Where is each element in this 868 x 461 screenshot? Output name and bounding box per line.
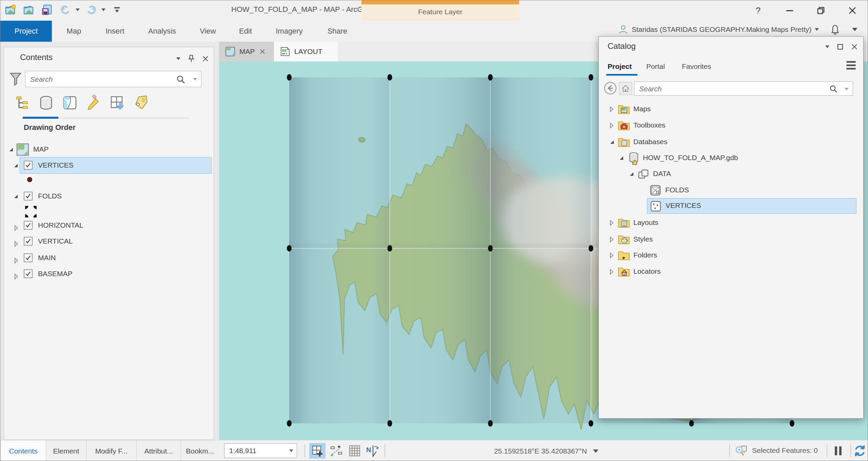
list-by-data-source-icon[interactable] [38,95,54,111]
catalog-item-label[interactable]: Folders [633,251,657,259]
vertices-point-symbol[interactable] [27,177,32,182]
folds-symbol[interactable] [24,205,37,218]
save-project-icon[interactable] [40,3,54,17]
expander-closed-icon[interactable] [609,106,614,113]
expander-closed-icon[interactable] [14,225,19,231]
pin-icon[interactable] [188,55,195,63]
catalog-item-label[interactable]: DATA [653,170,671,178]
new-map-view-button[interactable] [309,443,326,459]
expander-closed-icon[interactable] [609,122,614,129]
close-map-tab-icon[interactable] [259,48,266,55]
catalog-item-label[interactable]: Layouts [633,218,658,227]
ribbon-collapse-chevron-icon[interactable] [852,28,857,31]
layer-label[interactable]: BASEMAP [38,270,73,278]
catalog-tab-portal[interactable]: Portal [646,62,665,71]
catalog-tab-favorites[interactable]: Favorites [682,62,711,71]
scale-combobox[interactable]: 1:48,911 [224,443,297,458]
catalog-item-label[interactable]: FOLDS [665,186,689,194]
tab-map[interactable]: Map [55,21,93,42]
close-contents-icon[interactable] [202,55,209,62]
undo-icon[interactable] [59,3,72,17]
catalog-row-folds[interactable]: FOLDS [599,182,863,198]
layer-visibility-checkbox[interactable] [24,161,33,170]
list-by-snapping-icon[interactable] [109,95,125,111]
float-panel-icon[interactable] [837,43,844,50]
expander-closed-icon[interactable] [14,257,19,264]
refresh-view-button[interactable] [852,443,868,459]
search-icon[interactable] [176,75,185,84]
pane-tab-attributes[interactable]: Attribut... [137,440,181,461]
tab-share[interactable]: Share [316,21,359,42]
expander-open-icon[interactable] [8,147,14,153]
tab-edit[interactable]: Edit [229,21,262,42]
zoom-to-selection-button[interactable] [733,443,749,459]
notifications-bell-icon[interactable] [830,24,840,35]
close-button[interactable] [839,0,866,21]
help-button[interactable]: ? [745,0,772,21]
home-button[interactable] [619,82,632,95]
tab-project[interactable]: Project [0,21,52,42]
layer-label[interactable]: MAIN [38,254,56,262]
layer-label[interactable]: VERTICAL [38,237,73,245]
search-icon[interactable] [829,84,838,93]
layer-visibility-checkbox[interactable] [24,269,33,278]
undo-dropdown-icon[interactable] [76,8,80,11]
catalog-row-toolboxes[interactable]: Toolboxes [599,117,863,134]
catalog-row-layouts[interactable]: Layouts [599,215,863,231]
tab-view[interactable]: View [190,21,226,42]
catalog-item-label[interactable]: HOW_TO_FOLD_A_MAP.gdb [643,154,738,162]
catalog-item-label[interactable]: Toolboxes [633,121,666,129]
catalog-item-label[interactable]: Maps [633,105,651,113]
catalog-row-locators[interactable]: Locators [599,264,863,280]
search-options-dropdown-icon[interactable] [193,78,197,80]
pane-tab-element[interactable]: Element [46,440,86,461]
snapping-grid-button[interactable] [347,443,363,459]
view-tab-map[interactable]: MAP [219,42,274,61]
expander-closed-icon[interactable] [609,236,614,243]
layer-visibility-checkbox[interactable] [24,192,33,200]
catalog-item-label[interactable]: Styles [633,235,653,243]
catalog-row-folders[interactable]: Folders [599,247,863,264]
layer-visibility-checkbox[interactable] [24,253,33,262]
list-by-editing-icon[interactable] [85,95,102,111]
catalog-row-styles[interactable]: Styles [599,231,863,248]
pane-tab-bookmarks[interactable]: Bookm... [181,440,219,461]
pane-tab-modify-features[interactable]: Modify F... [86,440,137,461]
tab-insert[interactable]: Insert [95,21,135,42]
list-by-drawing-order-icon[interactable] [14,95,31,111]
catalog-menu-dropdown-icon[interactable] [825,45,829,48]
catalog-row-maps[interactable]: Maps [599,101,863,117]
catalog-row-gdb[interactable]: HOW_TO_FOLD_A_MAP.gdb [599,150,863,166]
layer-label[interactable]: HORIZONTAL [38,221,83,229]
expander-closed-icon[interactable] [609,268,614,275]
expander-open-icon[interactable] [629,171,635,177]
minimize-button[interactable] [776,0,803,21]
expander-closed-icon[interactable] [609,219,614,226]
expander-closed-icon[interactable] [609,252,614,259]
customize-qat-icon[interactable] [110,3,124,17]
account-area[interactable]: Staridas (STARIDAS GEOGRAPHY.Making Maps… [618,22,857,37]
expander-open-icon[interactable] [609,139,615,145]
expander-closed-icon[interactable] [14,273,19,280]
catalog-item-label[interactable]: Databases [633,138,667,146]
layer-label[interactable]: MAP [33,145,49,153]
catalog-options-menu-icon[interactable] [846,61,856,70]
tab-analysis[interactable]: Analysis [139,21,185,42]
tab-imagery[interactable]: Imagery [267,21,312,42]
pause-drawing-button[interactable] [830,443,846,459]
expander-open-icon[interactable] [13,193,19,199]
coordinates-readout[interactable]: 25.1592518°E 35.4208367°N [489,440,604,461]
search-options-dropdown-icon[interactable] [845,88,849,90]
redo-dropdown-icon[interactable] [101,8,105,11]
north-arrow-button[interactable]: N [364,443,380,459]
list-by-selection-icon[interactable] [62,95,78,111]
catalog-item-label[interactable]: Locators [633,267,661,275]
expander-closed-icon[interactable] [14,241,19,247]
catalog-search-input[interactable] [638,82,810,96]
pane-tab-contents[interactable]: Contents [0,440,46,461]
view-tab-layout[interactable]: LAYOUT [274,42,338,61]
list-by-labeling-icon[interactable] [133,95,149,111]
contents-search-input[interactable] [29,71,168,88]
expander-open-icon[interactable] [13,162,19,169]
catalog-row-vertices[interactable]: VERTICES [647,198,856,214]
